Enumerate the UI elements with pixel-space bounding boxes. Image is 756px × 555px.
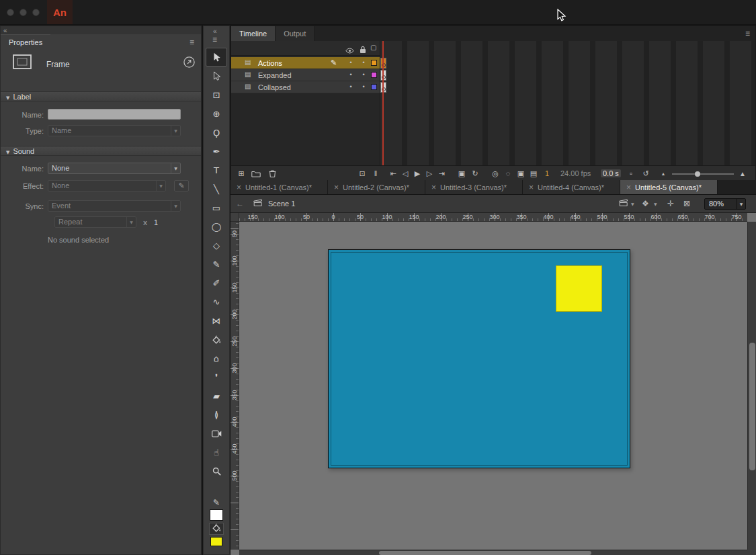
close-tab-icon[interactable]: ×	[237, 183, 241, 192]
delete-layer-button[interactable]	[266, 168, 278, 179]
layer-color-swatch[interactable]	[371, 60, 377, 66]
pencil-tool[interactable]: ✎	[206, 255, 227, 273]
sound-section-header[interactable]: ▼Sound	[1, 146, 201, 156]
brush-tool[interactable]: ✐	[206, 273, 227, 292]
goto-last-frame-button[interactable]: ⇥	[435, 168, 448, 179]
window-close-button[interactable]	[7, 9, 14, 16]
timeline-menu-icon[interactable]: ≡	[745, 29, 750, 38]
slider-thumb-icon[interactable]	[695, 171, 700, 177]
sound-name-select[interactable]: None ▼	[48, 163, 181, 174]
line-tool[interactable]: ╲	[206, 179, 227, 198]
sound-repeat-select[interactable]: Repeat ▼	[54, 216, 136, 228]
layer-color-swatch[interactable]	[371, 84, 377, 90]
toolbar-menu-icon[interactable]: ≡	[212, 35, 217, 44]
yellow-rectangle-shape[interactable]	[556, 265, 602, 312]
step-back-button[interactable]: ◁	[399, 168, 411, 179]
pen-tool[interactable]: ✒	[206, 142, 227, 161]
goto-first-frame-button[interactable]: ⇤	[387, 168, 399, 179]
vertical-ruler[interactable]: 50100150200250300350400450500	[230, 222, 239, 550]
eraser-tool[interactable]: ▰	[206, 386, 227, 405]
eyedropper-tool[interactable]: ❜	[206, 368, 227, 386]
layer-name[interactable]: Collapsed	[258, 83, 291, 91]
onion-skin-outlines-button[interactable]: ◌	[502, 168, 514, 179]
close-tab-icon[interactable]: ×	[334, 183, 339, 192]
properties-menu-icon[interactable]: ≡	[190, 38, 194, 47]
onion-skin-button[interactable]: ◎	[489, 168, 501, 179]
window-minimize-button[interactable]	[19, 9, 27, 16]
frame-rate-value[interactable]: 24.00 fps	[560, 169, 591, 177]
center-frame-button[interactable]: ⊡	[356, 168, 368, 179]
zoom-dropdown-arrow-icon[interactable]: ▼	[737, 199, 745, 209]
rectangle-tool[interactable]: ▭	[206, 198, 227, 217]
edit-multiple-frames-button[interactable]: ▣	[515, 168, 527, 179]
fill-color-swatch[interactable]	[210, 537, 222, 546]
paint-brush-tool[interactable]: ∿	[206, 292, 227, 311]
width-tool[interactable]: ≬	[206, 405, 227, 424]
horizontal-scrollbar[interactable]	[239, 550, 747, 555]
timeline-layer-actions[interactable]: ▤Actions✎••	[231, 57, 755, 69]
clip-content-button[interactable]: ⊠	[683, 199, 690, 208]
new-folder-button[interactable]	[250, 168, 262, 179]
sound-sync-select[interactable]: Event ▼	[48, 200, 181, 212]
close-tab-icon[interactable]: ×	[431, 183, 436, 192]
dropdown-arrow-icon[interactable]: ▼	[631, 202, 634, 206]
camera-tool[interactable]	[206, 424, 227, 443]
layer-visibility-dot[interactable]: •	[347, 71, 354, 78]
label-name-input[interactable]	[48, 109, 181, 120]
timeline-zoom-out-icon[interactable]: ▲	[657, 168, 669, 179]
document-tab[interactable]: ×Untitled-2 (Canvas)*	[328, 180, 425, 194]
collapse-panel-chevrons-icon[interactable]: «	[213, 28, 216, 35]
layer-visibility-dot[interactable]: •	[347, 59, 354, 66]
selection-tool[interactable]	[206, 48, 227, 67]
zoom-tool[interactable]	[206, 462, 227, 480]
show-hide-all-layers-icon[interactable]	[345, 44, 354, 56]
back-button[interactable]: ←	[236, 199, 244, 208]
tab-output[interactable]: Output	[276, 26, 314, 41]
document-tab[interactable]: ×Untitled-3 (Canvas)*	[425, 180, 523, 194]
horizontal-ruler[interactable]: 1501005005010015020025030035040045050055…	[239, 213, 747, 222]
timeline-layer-collapsed[interactable]: ▤Collapsed••	[231, 81, 755, 93]
layer-lock-dot[interactable]: •	[360, 71, 367, 78]
horizontal-scrollbar-thumb[interactable]	[379, 551, 591, 555]
layer-lock-dot[interactable]: •	[360, 59, 367, 66]
layer-color-swatch[interactable]	[371, 72, 377, 78]
label-section-header[interactable]: ▼Label	[1, 91, 201, 101]
vertical-scrollbar[interactable]	[747, 222, 756, 550]
convert-link-icon[interactable]	[183, 56, 195, 71]
layer-lock-dot[interactable]: •	[360, 83, 367, 90]
oval-tool[interactable]: ◯	[206, 217, 227, 236]
outline-all-layers-icon[interactable]: ▢	[370, 44, 376, 51]
paint-bucket-tool[interactable]	[206, 330, 227, 349]
vertical-scrollbar-thumb[interactable]	[749, 343, 755, 470]
elapsed-time-value[interactable]: 0.0 s	[601, 169, 621, 177]
lock-all-layers-icon[interactable]	[360, 44, 366, 56]
loop-count-value[interactable]: 1	[154, 218, 158, 226]
tab-timeline[interactable]: Timeline	[231, 26, 276, 41]
lasso-tool[interactable]: Ϙ	[206, 123, 227, 142]
pasteboard[interactable]	[239, 222, 747, 550]
playhead-line[interactable]	[382, 41, 384, 165]
edit-effect-button[interactable]: ✎	[174, 180, 189, 191]
layer-name[interactable]: Expanded	[258, 71, 292, 79]
zoom-select[interactable]: 80% ▼	[704, 198, 746, 210]
insert-marker-button[interactable]: ▣	[456, 168, 468, 179]
current-frame-value[interactable]: 1	[545, 169, 549, 177]
reset-timer-button[interactable]: ↺	[640, 168, 652, 179]
stroke-color-swatch[interactable]	[210, 509, 223, 521]
step-forward-button[interactable]: ▷	[423, 168, 435, 179]
3d-rotation-tool[interactable]: ⊕	[206, 104, 227, 123]
ink-bottle-tool[interactable]: ⌂	[206, 349, 227, 368]
collapse-panel-chevrons-icon[interactable]: «	[3, 27, 7, 34]
play-button[interactable]: ▶	[411, 168, 423, 179]
stage[interactable]	[328, 249, 630, 468]
hand-tool[interactable]: ☝	[206, 443, 227, 462]
timeline-zoom-slider[interactable]	[672, 173, 734, 175]
timeline-zoom-in-icon[interactable]: ▲	[737, 168, 749, 179]
modify-markers-button[interactable]: ▤	[528, 168, 540, 179]
timeline-layer-expanded[interactable]: ▤Expanded••	[231, 69, 755, 81]
center-stage-button[interactable]: ✛	[667, 199, 674, 208]
loop-playback-button[interactable]: ↻	[469, 168, 481, 179]
document-tab[interactable]: ×Untitled-4 (Canvas)*	[523, 180, 620, 194]
document-tab[interactable]: ×Untitled-1 (Canvas)*	[230, 180, 328, 194]
loop-marker-button[interactable]: ‖	[370, 168, 382, 179]
